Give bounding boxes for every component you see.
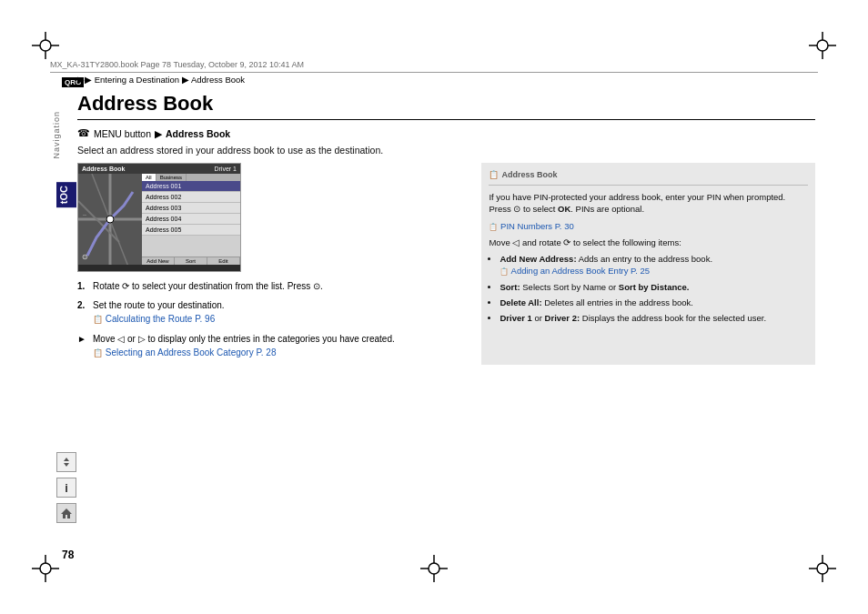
file-info: MX_KA-31TY2800.book Page 78 Tuesday, Oct… [50, 60, 818, 69]
pin-numbers-link[interactable]: PIN Numbers P. 30 [500, 221, 574, 231]
right-rotate-icon: ⟳ [563, 237, 570, 247]
right-move-text: Move ◁ and rotate ⟳ to select the follow… [489, 237, 808, 248]
header-bar: MX_KA-31TY2800.book Page 78 Tuesday, Oct… [50, 56, 818, 73]
gps-screenshot: Address Book Driver 1 [77, 163, 241, 272]
svg-marker-27 [61, 508, 72, 518]
menu-prefix: MENU button [94, 128, 151, 139]
gps-tabs: All Business [142, 174, 240, 181]
step-2-link-icon: 📋 [93, 315, 103, 324]
step-bullet-content: Move ◁ or ▷ to display only the entries … [93, 332, 467, 360]
breadcrumb-arrow: ▶▶ [77, 75, 92, 85]
gps-body: — ⊙ All Business Address 001 [78, 174, 240, 265]
right-item-addnew: Add New Address: Adds an entry to the ad… [500, 253, 808, 277]
breadcrumb-arrow2: ▶ [182, 75, 189, 85]
right-item-driver: Driver 1 or Driver 2: Displays the addre… [500, 312, 808, 324]
step-2: 2. Set the route to your destination. 📋 … [77, 298, 467, 327]
right-col-title-text: Address Book [501, 170, 557, 179]
nav-label: Navigation [52, 111, 61, 159]
corner-mark-tl [32, 32, 59, 59]
right-item-sort: Sort: Selects Sort by Name or Sort by Di… [500, 281, 808, 293]
right-col-title: 📋 Address Book [489, 170, 808, 179]
rotate-icon: ⟳ [122, 281, 129, 291]
step-bullet-icon: ► [77, 332, 90, 360]
right-col-icon: 📋 [489, 170, 499, 179]
svg-marker-26 [64, 463, 69, 467]
sidebar-icon-home[interactable] [56, 503, 76, 523]
gps-list-item-2[interactable]: Address 003 [142, 203, 240, 214]
corner-mark-tr [809, 32, 836, 59]
step-1: 1. Rotate ⟳ to select your destination f… [77, 279, 467, 293]
svg-point-10 [40, 563, 51, 574]
step-bullet: ► Move ◁ or ▷ to display only the entrie… [77, 332, 467, 360]
breadcrumb-item-2: Address Book [191, 75, 245, 85]
gps-screen: Address Book Driver 1 [78, 164, 240, 271]
left-column: Address Book Driver 1 [77, 163, 467, 365]
two-col-layout: Address Book Driver 1 [77, 163, 815, 365]
description: Select an address stored in your address… [77, 145, 815, 156]
right-item-deleteall: Delete All: Deletes all entries in the a… [500, 297, 808, 308]
breadcrumb: ▶▶ Entering a Destination ▶ Address Book [77, 75, 815, 86]
step-bullet-link[interactable]: Selecting an Address Book Category P. 28 [106, 347, 277, 357]
gps-map-icon: ⊙ [82, 253, 88, 261]
gps-driver-label: Driver 1 [214, 166, 237, 172]
breadcrumb-item-1: Entering a Destination [95, 75, 179, 85]
right-items-list: Add New Address: Adds an entry to the ad… [500, 253, 808, 324]
add-address-link[interactable]: Adding an Address Book Entry P. 25 [511, 266, 650, 276]
right-intro: If you have PIN-protected your address b… [489, 191, 808, 216]
step-2-number: 2. [77, 298, 90, 327]
right-pin-link: 📋 PIN Numbers P. 30 [489, 220, 808, 232]
move-right-icon: ▷ [138, 334, 146, 344]
svg-point-15 [817, 563, 828, 574]
steps: 1. Rotate ⟳ to select your destination f… [77, 279, 467, 359]
press-ok-icon: ⊙ [513, 204, 520, 214]
sidebar-icon-info[interactable]: i [56, 478, 76, 498]
right-column: 📋 Address Book If you have PIN-protected… [481, 163, 815, 365]
gps-list-item-3[interactable]: Address 004 [142, 214, 240, 225]
step-1-number: 1. [77, 279, 90, 293]
step-2-content: Set the route to your destination. 📋 Cal… [93, 298, 467, 327]
page-number: 78 [62, 549, 74, 561]
gps-tab-business[interactable]: Business [156, 174, 187, 181]
right-body: If you have PIN-protected your address b… [489, 191, 808, 325]
gps-list-item-4[interactable]: Address 005 [142, 225, 240, 236]
gps-list-item-0[interactable]: Address 001 [142, 181, 240, 192]
gps-bottom-bar: Add New Sort Edit [142, 257, 240, 265]
left-icons: i [56, 452, 76, 523]
menu-destination: Address Book [166, 128, 230, 139]
gps-list-panel: All Business Address 001 Address 002 Add… [142, 174, 240, 265]
menu-phone-icon: ☎ [77, 127, 90, 139]
svg-marker-25 [64, 458, 69, 461]
step-1-content: Rotate ⟳ to select your destination from… [93, 279, 467, 293]
gps-btn-sort[interactable]: Sort [175, 257, 207, 265]
move-left-icon: ◁ [117, 334, 125, 344]
svg-text:—: — [83, 212, 86, 216]
svg-point-20 [429, 563, 439, 574]
page-title: Address Book [77, 92, 815, 120]
menu-arrow: ▶ [155, 128, 162, 139]
right-move-icon: ◁ [512, 237, 520, 247]
press-icon: ⊙ [313, 281, 320, 291]
right-col-divider [489, 185, 808, 186]
gps-btn-addnew[interactable]: Add New [142, 257, 175, 265]
gps-map: — ⊙ [78, 174, 142, 265]
svg-point-33 [106, 216, 114, 223]
menu-path: ☎ MENU button ▶ Address Book [77, 127, 815, 139]
main-content: ▶▶ Entering a Destination ▶ Address Book… [77, 75, 815, 564]
gps-screen-title: Address Book [82, 166, 125, 172]
gps-list-item-1[interactable]: Address 002 [142, 192, 240, 203]
step-2-link[interactable]: Calculating the Route P. 96 [106, 314, 215, 324]
sidebar-icon-arrows[interactable] [56, 452, 76, 472]
gps-btn-edit[interactable]: Edit [207, 257, 240, 265]
gps-header: Address Book Driver 1 [78, 164, 240, 174]
step-bullet-link-icon: 📋 [93, 348, 103, 357]
svg-point-0 [40, 40, 51, 51]
svg-point-5 [817, 40, 828, 51]
gps-tab-all[interactable]: All [142, 174, 156, 181]
